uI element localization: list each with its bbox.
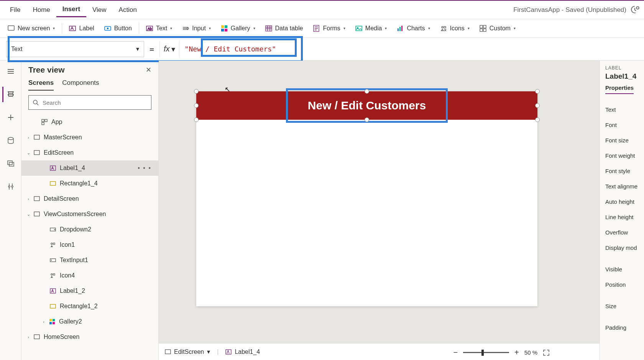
menu-insert[interactable]: Insert xyxy=(56,2,86,17)
menu-home[interactable]: Home xyxy=(26,3,56,17)
menu-action[interactable]: Action xyxy=(113,3,143,17)
svg-rect-12 xyxy=(266,26,272,31)
property-row[interactable]: Font style xyxy=(605,163,644,178)
property-row xyxy=(605,255,644,261)
property-row[interactable]: Font xyxy=(605,117,644,132)
zoom-slider[interactable] xyxy=(463,352,509,353)
icons-dropdown[interactable]: Icons▾ xyxy=(435,23,474,34)
tree-node-app[interactable]: App xyxy=(21,114,158,130)
property-row[interactable]: Visible xyxy=(605,261,644,277)
tree-node-textinput1[interactable]: TextInput1 xyxy=(21,253,158,268)
property-row[interactable]: Auto height xyxy=(605,194,644,209)
design-canvas[interactable]: New / Edit Customers xyxy=(196,91,537,306)
property-row xyxy=(605,314,644,320)
properties-tab[interactable]: Properties xyxy=(605,84,634,94)
zoom-controls: − + 50 % xyxy=(453,348,550,357)
header-label[interactable]: New / Edit Customers xyxy=(288,91,445,120)
fx-button[interactable]: fx▾ xyxy=(159,41,179,57)
media-dropdown[interactable]: Media▾ xyxy=(351,23,392,34)
formula-input[interactable]: "New / Edit Customers" xyxy=(179,41,644,57)
icons-icon xyxy=(49,241,57,249)
tree-node-editscreen[interactable]: ⌄ EditScreen xyxy=(21,145,158,160)
advanced-tools-icon[interactable] xyxy=(3,179,18,194)
tree-node-rect14[interactable]: Rectangle1_4 xyxy=(21,176,158,191)
charts-dropdown[interactable]: Charts▾ xyxy=(392,23,434,34)
close-icon[interactable]: ✕ xyxy=(146,66,151,74)
chevron-right-icon[interactable]: › xyxy=(41,319,47,324)
tree-node-rect12[interactable]: Rectangle1_2 xyxy=(21,299,158,314)
svg-rect-48 xyxy=(49,319,52,321)
canvas-area[interactable]: New / Edit Customers ↖ EditScreen ▾ | xyxy=(159,61,600,360)
media-pane-icon[interactable] xyxy=(3,156,18,171)
property-row[interactable]: Text xyxy=(605,102,644,117)
property-row[interactable]: Font weight xyxy=(605,148,644,163)
zoom-in-button[interactable]: + xyxy=(514,348,519,357)
new-screen-button[interactable]: New screen▾ xyxy=(3,23,59,34)
tree-node-viewcustomers[interactable]: ⌄ ViewCustomersScreen xyxy=(21,206,158,222)
tree-node-label14[interactable]: Label1_4 • • • xyxy=(21,160,158,176)
fit-to-window-icon[interactable] xyxy=(543,349,550,356)
chevron-right-icon[interactable]: › xyxy=(25,335,31,339)
tree-node-gallery2[interactable]: › Gallery2 xyxy=(21,314,158,329)
chevron-down-icon[interactable]: ⌄ xyxy=(25,212,31,217)
media-icon xyxy=(355,25,362,32)
tree-search[interactable] xyxy=(28,95,151,110)
tab-components[interactable]: Components xyxy=(62,79,99,91)
tree-node-icon4[interactable]: Icon4 xyxy=(21,268,158,283)
button-button[interactable]: Button xyxy=(100,23,136,34)
svg-rect-1 xyxy=(8,26,14,30)
svg-rect-26 xyxy=(8,161,12,165)
search-input[interactable] xyxy=(42,99,147,106)
tree-node-homescreen[interactable]: › HomeScreen xyxy=(21,329,158,345)
tree-node-label12[interactable]: Label1_2 xyxy=(21,283,158,299)
tree-view-icon[interactable] xyxy=(2,87,18,102)
custom-dropdown[interactable]: Custom▾ xyxy=(475,23,520,34)
property-row[interactable]: Text alignme xyxy=(605,178,644,194)
breadcrumb-control[interactable]: Label1_4 xyxy=(225,348,260,355)
svg-point-30 xyxy=(33,100,37,104)
property-row[interactable]: Size xyxy=(605,298,644,314)
data-icon[interactable] xyxy=(3,133,18,148)
property-row[interactable]: Padding xyxy=(605,320,644,335)
more-icon[interactable]: • • • xyxy=(138,165,151,172)
top-menu-bar: File Home Insert View Action FirstCanvas… xyxy=(0,0,644,19)
insert-pane-icon[interactable] xyxy=(3,110,18,125)
chevron-down-icon[interactable]: ⌄ xyxy=(25,150,31,155)
menu-file[interactable]: File xyxy=(4,3,26,17)
svg-rect-42 xyxy=(53,243,55,244)
control-type-caption: LABEL xyxy=(605,65,644,71)
menu-view[interactable]: View xyxy=(86,3,113,17)
tree-node-masterscreen[interactable]: › MasterScreen xyxy=(21,130,158,145)
svg-point-7 xyxy=(187,28,189,29)
svg-rect-35 xyxy=(34,150,39,155)
forms-dropdown[interactable]: Forms▾ xyxy=(308,23,350,34)
tab-screens[interactable]: Screens xyxy=(28,79,54,91)
property-row[interactable]: Display mod xyxy=(605,240,644,255)
text-dropdown[interactable]: Ab Text▾ xyxy=(141,23,177,34)
insert-ribbon: New screen▾ Label Button Ab Text▾ Input▾… xyxy=(0,19,644,38)
breadcrumb-screen[interactable]: EditScreen ▾ xyxy=(165,348,210,355)
svg-rect-20 xyxy=(444,26,446,28)
input-dropdown[interactable]: Input▾ xyxy=(177,23,215,34)
chevron-right-icon[interactable]: › xyxy=(25,197,31,201)
zoom-out-button[interactable]: − xyxy=(453,348,458,357)
tree-node-detailscreen[interactable]: › DetailScreen xyxy=(21,191,158,206)
property-row[interactable]: Font size xyxy=(605,132,644,148)
tree-node-dropdown2[interactable]: Dropdown2 xyxy=(21,222,158,237)
svg-rect-49 xyxy=(53,319,55,321)
property-selector[interactable]: Text ▾ xyxy=(6,41,144,57)
hamburger-icon[interactable] xyxy=(3,64,18,79)
label-button[interactable]: Label xyxy=(64,23,99,34)
chevron-right-icon[interactable]: › xyxy=(25,135,31,140)
data-table-button[interactable]: Data table xyxy=(261,23,308,34)
svg-rect-24 xyxy=(483,29,486,31)
app-checker-icon[interactable] xyxy=(630,5,640,15)
property-row[interactable]: Overflow xyxy=(605,225,644,240)
screen-icon xyxy=(8,25,15,32)
gallery-dropdown[interactable]: Gallery▾ xyxy=(216,23,260,34)
property-row[interactable]: Line height xyxy=(605,209,644,225)
tree-node-icon1[interactable]: Icon1 xyxy=(21,237,158,253)
property-row[interactable]: Position xyxy=(605,277,644,292)
zoom-value: 50 % xyxy=(524,349,537,356)
svg-rect-32 xyxy=(45,119,47,122)
